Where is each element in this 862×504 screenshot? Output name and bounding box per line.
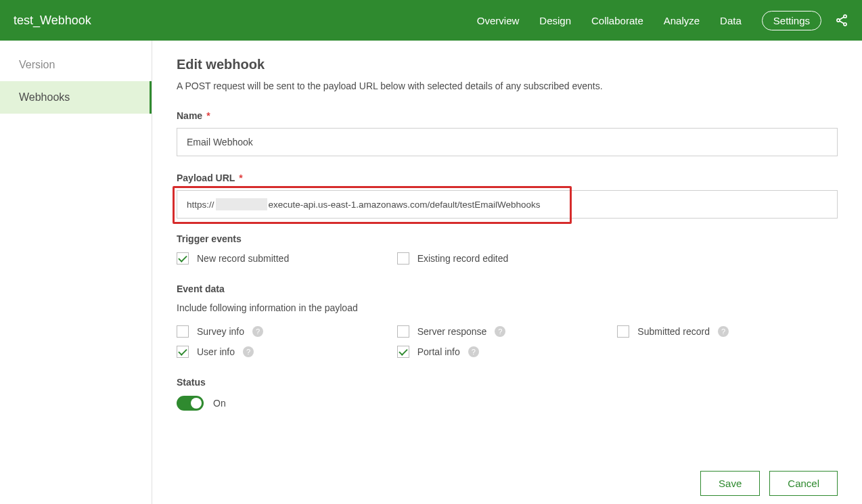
checkbox-new-record[interactable] [177, 252, 189, 265]
nav-design[interactable]: Design [539, 15, 571, 26]
page-title: Edit webhook [177, 57, 838, 72]
checkbox-portal-info[interactable] [397, 346, 409, 358]
payload-url-wrap: https:// execute-api.us-east-1.amazonaws… [177, 190, 838, 219]
top-nav: Overview Design Collaborate Analyze Data… [477, 11, 848, 30]
label-user-info: User info [197, 346, 235, 357]
trigger-events-label: Trigger events [177, 233, 838, 244]
name-label: Name* [177, 110, 838, 121]
label-server-response: Server response [417, 326, 487, 337]
payload-label: Payload URL* [177, 173, 838, 183]
page-description: A POST request will be sent to the paylo… [177, 81, 838, 91]
label-existing-record: Existing record edited [417, 253, 509, 264]
checkbox-server-response[interactable] [397, 325, 409, 338]
status-toggle[interactable] [177, 396, 204, 411]
name-label-text: Name [177, 110, 202, 121]
svg-line-3 [840, 17, 844, 20]
app-title: test_Webhook [14, 14, 477, 28]
required-icon: * [239, 173, 242, 183]
svg-point-2 [844, 23, 846, 26]
checkbox-submitted-record[interactable] [617, 325, 629, 338]
payload-prefix: https:// [187, 200, 214, 210]
nav-analyze[interactable]: Analyze [664, 15, 700, 26]
sidebar-item-webhooks[interactable]: Webhooks [0, 81, 152, 114]
help-icon[interactable]: ? [495, 326, 505, 337]
status-value: On [213, 398, 226, 409]
nav-settings[interactable]: Settings [762, 11, 821, 30]
label-portal-info: Portal info [417, 346, 460, 357]
svg-point-1 [837, 19, 840, 22]
nav-collaborate[interactable]: Collaborate [591, 15, 643, 26]
name-input[interactable] [177, 128, 838, 156]
help-icon[interactable]: ? [718, 326, 729, 337]
sidebar-item-version[interactable]: Version [0, 49, 152, 81]
payload-label-text: Payload URL [177, 173, 235, 183]
top-bar: test_Webhook Overview Design Collaborate… [0, 0, 862, 41]
event-data-sub: Include following information in the pay… [177, 302, 838, 313]
help-icon[interactable]: ? [243, 346, 254, 357]
event-data-label: Event data [177, 283, 838, 294]
help-icon[interactable]: ? [252, 326, 263, 337]
cancel-button[interactable]: Cancel [769, 471, 838, 496]
help-icon[interactable]: ? [468, 346, 479, 357]
sidebar: Version Webhooks [0, 41, 152, 504]
label-submitted-record: Submitted record [637, 326, 710, 337]
nav-data[interactable]: Data [720, 15, 742, 26]
checkbox-survey-info[interactable] [177, 325, 189, 338]
required-icon: * [206, 110, 210, 121]
label-survey-info: Survey info [197, 326, 244, 337]
payload-suffix: execute-api.us-east-1.amazonaws.com/defa… [269, 200, 541, 210]
payload-url-input[interactable]: https:// execute-api.us-east-1.amazonaws… [177, 190, 838, 219]
checkbox-existing-record[interactable] [397, 252, 409, 265]
svg-line-4 [840, 21, 844, 24]
save-button[interactable]: Save [700, 471, 760, 496]
share-icon[interactable] [835, 14, 848, 27]
label-new-record: New record submitted [197, 253, 289, 264]
main-content: Edit webhook A POST request will be sent… [152, 41, 862, 504]
payload-redacted [216, 198, 267, 210]
status-label: Status [177, 377, 838, 388]
nav-overview[interactable]: Overview [477, 15, 520, 26]
svg-point-0 [844, 15, 846, 18]
checkbox-user-info[interactable] [177, 346, 189, 358]
